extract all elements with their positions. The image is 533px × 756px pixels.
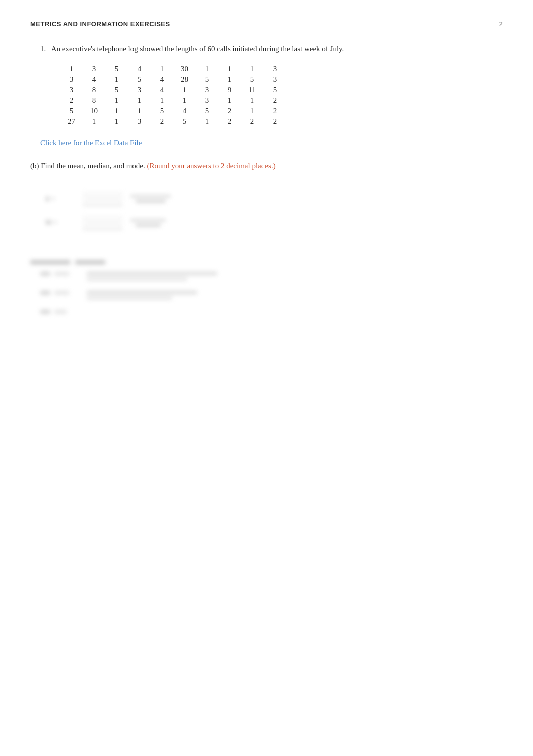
data-cell: 1: [105, 96, 128, 105]
table-row: 27 1 1 3 2 5 1 2 2 2: [60, 117, 503, 126]
data-cell: 1: [128, 96, 151, 105]
data-cell: 3: [196, 96, 218, 105]
sub-question-b: (b) Find the mean, median, and mode. (Ro…: [30, 160, 503, 172]
table-row: 2 8 1 1 1 1 3 1 1 2: [60, 96, 503, 105]
data-cell: 3: [128, 117, 151, 126]
data-cell: 5: [263, 86, 286, 94]
data-cell: 5: [196, 75, 218, 84]
data-table: 1 3 5 4 1 30 1 1 1 3 3 4 1 5 4 28 5 1 5 …: [60, 65, 503, 126]
blurred-mean-label: x̄ =: [45, 195, 75, 203]
blurred-answers-section: x̄ = M =: [30, 192, 503, 230]
table-row: 3 8 5 3 4 1 3 9 11 5: [60, 86, 503, 94]
data-cell: 10: [83, 107, 105, 115]
blurred-bottom-row-3: [40, 310, 503, 314]
data-cell: 5: [241, 75, 263, 84]
data-cell: 3: [196, 86, 218, 94]
page-title: METRICS AND INFORMATION EXERCISES: [30, 20, 170, 28]
blurred-bottom-header: [30, 260, 503, 264]
data-cell: 8: [83, 86, 105, 94]
blurred-median-input: [83, 216, 123, 230]
data-cell: 1: [105, 75, 128, 84]
question-label: 1.: [40, 45, 46, 53]
data-cell: 8: [83, 96, 105, 105]
blurred-mean-input: [83, 192, 123, 206]
data-cell: 3: [263, 75, 286, 84]
page-number: 2: [499, 20, 503, 28]
data-cell: 5: [151, 107, 173, 115]
data-cell: 2: [241, 117, 263, 126]
data-cell: 2: [218, 107, 241, 115]
data-cell: 4: [173, 107, 196, 115]
data-cell: 1: [241, 107, 263, 115]
table-row: 3 4 1 5 4 28 5 1 5 3: [60, 75, 503, 84]
blurred-median-label: M =: [45, 219, 75, 227]
data-cell: 1: [151, 65, 173, 73]
blurred-bottom-row-2: [40, 291, 503, 300]
data-cell: 28: [173, 75, 196, 84]
data-cell: 30: [173, 65, 196, 73]
data-cell: 1: [173, 86, 196, 94]
data-cell: 1: [196, 117, 218, 126]
data-cell: 1: [60, 65, 83, 73]
question-1-text: 1. An executive's telephone log showed t…: [40, 43, 503, 55]
data-cell: 1: [218, 96, 241, 105]
page-header: METRICS AND INFORMATION EXERCISES 2: [30, 20, 503, 28]
data-cell: 1: [196, 65, 218, 73]
data-cell: 5: [105, 86, 128, 94]
data-cell: 2: [263, 117, 286, 126]
data-cell: 11: [241, 86, 263, 94]
sub-b-highlight: (Round your answers to 2 decimal places.…: [147, 162, 275, 170]
data-cell: 1: [151, 96, 173, 105]
data-cell: 1: [105, 107, 128, 115]
data-cell: 5: [60, 107, 83, 115]
sub-b-label: (b): [30, 162, 39, 170]
blurred-bottom-row-1: [40, 272, 503, 281]
data-cell: 2: [263, 107, 286, 115]
data-cell: 4: [83, 75, 105, 84]
data-cell: 2: [60, 96, 83, 105]
data-cell: 3: [128, 86, 151, 94]
data-cell: 4: [151, 75, 173, 84]
data-cell: 5: [128, 75, 151, 84]
data-cell: 1: [241, 65, 263, 73]
data-cell: 1: [83, 117, 105, 126]
data-cell: 1: [241, 96, 263, 105]
data-cell: 1: [128, 107, 151, 115]
blurred-median-row: M =: [45, 216, 503, 230]
data-cell: 9: [218, 86, 241, 94]
excel-link[interactable]: Click here for the Excel Data File: [40, 139, 503, 147]
data-cell: 27: [60, 117, 83, 126]
data-cell: 4: [128, 65, 151, 73]
data-cell: 3: [263, 65, 286, 73]
data-cell: 5: [173, 117, 196, 126]
data-cell: 5: [105, 65, 128, 73]
data-cell: 3: [60, 75, 83, 84]
question-1-block: 1. An executive's telephone log showed t…: [30, 43, 503, 314]
sub-b-text: Find the mean, median, and mode.: [41, 162, 145, 170]
data-cell: 2: [218, 117, 241, 126]
data-cell: 1: [105, 117, 128, 126]
data-cell: 2: [151, 117, 173, 126]
data-cell: 1: [218, 65, 241, 73]
blurred-bottom-section: [30, 260, 503, 314]
table-row: 1 3 5 4 1 30 1 1 1 3: [60, 65, 503, 73]
blurred-inputs: x̄ = M =: [45, 192, 503, 230]
data-cell: 1: [173, 96, 196, 105]
question-1-body: An executive's telephone log showed the …: [51, 45, 344, 53]
data-cell: 4: [151, 86, 173, 94]
data-cell: 3: [60, 86, 83, 94]
data-cell: 3: [83, 65, 105, 73]
table-row: 5 10 1 1 5 4 5 2 1 2: [60, 107, 503, 115]
data-cell: 5: [196, 107, 218, 115]
data-cell: 1: [218, 75, 241, 84]
blurred-mean-row: x̄ =: [45, 192, 503, 206]
data-cell: 2: [263, 96, 286, 105]
